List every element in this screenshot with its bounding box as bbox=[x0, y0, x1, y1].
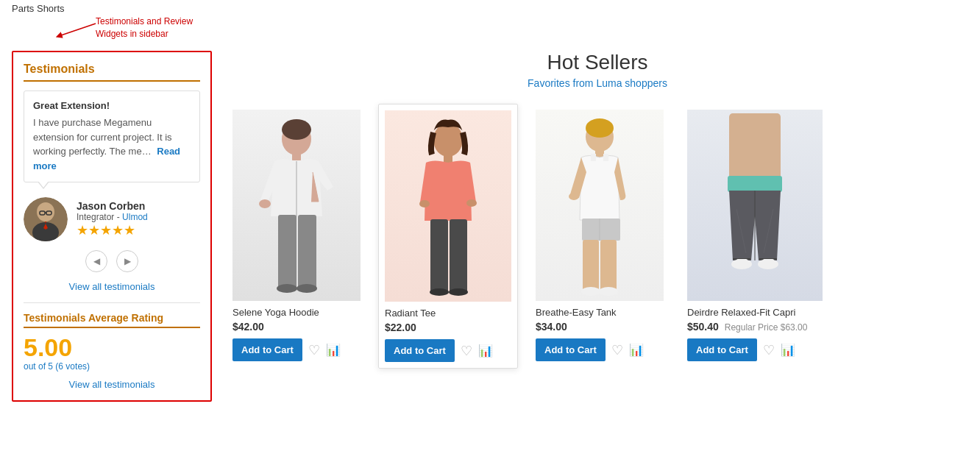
add-to-cart-button-4[interactable]: Add to Cart bbox=[687, 338, 757, 361]
product-card-3: Breathe-Easy Tank $34.00 Add to Cart ♡ 📊 bbox=[530, 104, 670, 367]
product-actions-1: Add to Cart ♡ 📊 bbox=[232, 338, 361, 361]
product-card-4: Deirdre Relaxed-Fit Capri $50.40 Regular… bbox=[681, 104, 828, 367]
svg-point-13 bbox=[259, 199, 271, 208]
view-all-testimonials-link[interactable]: View all testimonials bbox=[24, 281, 200, 292]
regular-price-label: Regular Price $63.00 bbox=[725, 322, 808, 333]
view-all-testimonials-2-link[interactable]: View all testimonials bbox=[24, 379, 200, 390]
reviewer-company-link[interactable]: Ulmod bbox=[122, 212, 148, 222]
bubble-tail-inner bbox=[38, 181, 49, 188]
svg-rect-23 bbox=[450, 219, 467, 293]
products-grid: Selene Yoga Hoodie $42.00 Add to Cart ♡ … bbox=[227, 104, 968, 369]
product-card-1: Selene Yoga Hoodie $42.00 Add to Cart ♡ … bbox=[227, 104, 366, 367]
wishlist-icon-4[interactable]: ♡ bbox=[763, 342, 775, 358]
svg-rect-45 bbox=[736, 259, 748, 266]
svg-point-20 bbox=[419, 200, 430, 207]
svg-line-0 bbox=[59, 24, 96, 36]
svg-rect-34 bbox=[583, 240, 599, 291]
reviewer-name: Jason Corben bbox=[77, 200, 148, 212]
product-image-2 bbox=[385, 110, 511, 302]
product-name-3: Breathe-Easy Tank bbox=[536, 307, 664, 318]
testimonial-quote-box: Great Extension! I have purchase Megamen… bbox=[24, 90, 200, 182]
product-actions-4: Add to Cart ♡ 📊 bbox=[687, 338, 823, 361]
avg-rating-section: Testimonials Average Rating 5.00 out of … bbox=[24, 302, 200, 390]
annotation-text: Testimonials and Review Widgets in sideb… bbox=[96, 15, 193, 40]
svg-point-18 bbox=[433, 123, 463, 157]
avg-rating-title: Testimonials Average Rating bbox=[24, 312, 200, 328]
svg-rect-22 bbox=[430, 219, 448, 293]
svg-rect-14 bbox=[278, 215, 297, 288]
svg-point-27 bbox=[586, 118, 614, 138]
reviewer-role: Integrator - Ulmod bbox=[77, 212, 148, 222]
reviewer-info: Jason Corben Integrator - Ulmod ★★★★★ bbox=[77, 200, 148, 238]
svg-point-37 bbox=[599, 287, 618, 296]
next-testimonial-button[interactable]: ▶ bbox=[116, 250, 138, 272]
svg-rect-30 bbox=[603, 154, 608, 161]
product-actions-2: Add to Cart ♡ 📊 bbox=[385, 339, 511, 362]
add-to-cart-button-1[interactable]: Add to Cart bbox=[232, 338, 302, 361]
svg-point-17 bbox=[297, 284, 317, 293]
svg-rect-29 bbox=[591, 154, 596, 161]
reviewer-avatar bbox=[24, 197, 68, 241]
wishlist-icon-2[interactable]: ♡ bbox=[461, 343, 472, 359]
compare-icon-4[interactable]: 📊 bbox=[781, 343, 795, 357]
section-subtitle: Favorites from Luma shoppers bbox=[227, 77, 968, 89]
svg-point-25 bbox=[449, 288, 468, 296]
svg-point-24 bbox=[430, 288, 449, 296]
compare-icon-2[interactable]: 📊 bbox=[478, 344, 493, 358]
product-image-4 bbox=[687, 110, 823, 301]
testimonial-nav-arrows: ◀ ▶ bbox=[24, 250, 200, 272]
testimonials-widget-title: Testimonials bbox=[24, 63, 200, 82]
reviewer-section: Jason Corben Integrator - Ulmod ★★★★★ bbox=[24, 197, 200, 241]
product-price-4: $50.40 Regular Price $63.00 bbox=[687, 321, 823, 333]
add-to-cart-button-3[interactable]: Add to Cart bbox=[536, 338, 606, 361]
reviewer-stars: ★★★★★ bbox=[77, 222, 148, 238]
main-area: Hot Sellers Favorites from Luma shoppers bbox=[227, 51, 968, 369]
product-price-3: $34.00 bbox=[536, 321, 664, 333]
top-nav: Parts Shorts bbox=[0, 0, 980, 14]
annotation-area: Testimonials and Review Widgets in sideb… bbox=[0, 14, 980, 49]
add-to-cart-button-2[interactable]: Add to Cart bbox=[385, 339, 455, 362]
quote-body: I have purchase Megamenu extension for c… bbox=[33, 116, 191, 173]
avg-rating-score: 5.00 bbox=[24, 334, 200, 361]
product-image-1 bbox=[232, 110, 361, 301]
wishlist-icon-1[interactable]: ♡ bbox=[308, 342, 320, 358]
product-image-3 bbox=[536, 110, 664, 301]
votes-link[interactable]: out of 5 (6 votes) bbox=[24, 361, 90, 372]
svg-rect-39 bbox=[728, 176, 782, 192]
main-layout: Testimonials Great Extension! I have pur… bbox=[0, 51, 980, 402]
sale-price-4: $50.40 bbox=[687, 321, 719, 333]
nav-shorts[interactable]: Shorts bbox=[37, 3, 65, 14]
avg-rating-desc: out of 5 (6 votes) bbox=[24, 361, 200, 372]
svg-point-36 bbox=[581, 287, 600, 296]
product-actions-3: Add to Cart ♡ 📊 bbox=[536, 338, 664, 361]
product-price-1: $42.00 bbox=[232, 321, 361, 333]
svg-rect-19 bbox=[444, 155, 452, 163]
quote-title: Great Extension! bbox=[33, 100, 191, 111]
nav-parts[interactable]: Parts bbox=[12, 3, 34, 14]
svg-point-16 bbox=[277, 284, 297, 293]
product-card-2: Radiant Tee $22.00 Add to Cart ♡ 📊 bbox=[378, 104, 518, 369]
svg-point-10 bbox=[282, 119, 311, 140]
svg-point-31 bbox=[569, 193, 579, 200]
section-title: Hot Sellers bbox=[227, 51, 968, 74]
compare-icon-1[interactable]: 📊 bbox=[326, 343, 341, 357]
prev-testimonial-button[interactable]: ◀ bbox=[85, 250, 107, 272]
svg-rect-15 bbox=[298, 215, 316, 288]
svg-rect-46 bbox=[763, 259, 774, 266]
svg-rect-11 bbox=[292, 153, 301, 160]
product-name-4: Deirdre Relaxed-Fit Capri bbox=[687, 307, 823, 318]
product-name-2: Radiant Tee bbox=[385, 308, 511, 319]
svg-rect-32 bbox=[582, 219, 620, 241]
wishlist-icon-3[interactable]: ♡ bbox=[611, 342, 623, 358]
annotation-arrow bbox=[44, 20, 103, 42]
svg-rect-35 bbox=[600, 240, 617, 291]
sidebar: Testimonials Great Extension! I have pur… bbox=[12, 51, 212, 402]
product-price-2: $22.00 bbox=[385, 322, 511, 333]
compare-icon-3[interactable]: 📊 bbox=[629, 343, 644, 357]
svg-point-21 bbox=[466, 199, 477, 207]
product-name-1: Selene Yoga Hoodie bbox=[232, 307, 361, 318]
